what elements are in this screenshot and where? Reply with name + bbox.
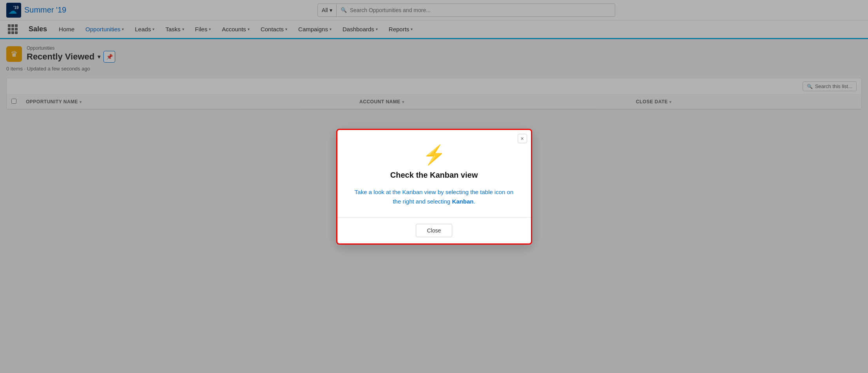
modal-description-end: . (473, 198, 475, 205)
modal-body: ⚡ Check the Kanban view Take a look at t… (337, 130, 531, 217)
modal-overlay[interactable]: × ⚡ Check the Kanban view Take a look at… (0, 0, 868, 373)
modal-x-button[interactable]: × (518, 134, 527, 143)
modal-title: Check the Kanban view (353, 171, 515, 180)
kanban-promo-modal: × ⚡ Check the Kanban view Take a look at… (336, 129, 532, 245)
modal-close-x-icon: × (520, 135, 524, 142)
modal-close-button[interactable]: Close (416, 224, 453, 237)
lightning-bolt-icon: ⚡ (353, 146, 515, 164)
modal-description-text1: Take a look at the Kanban view by select… (355, 189, 513, 205)
modal-kanban-bold: Kanban (452, 198, 473, 205)
modal-footer: Close (337, 217, 531, 243)
modal-description: Take a look at the Kanban view by select… (353, 187, 515, 206)
